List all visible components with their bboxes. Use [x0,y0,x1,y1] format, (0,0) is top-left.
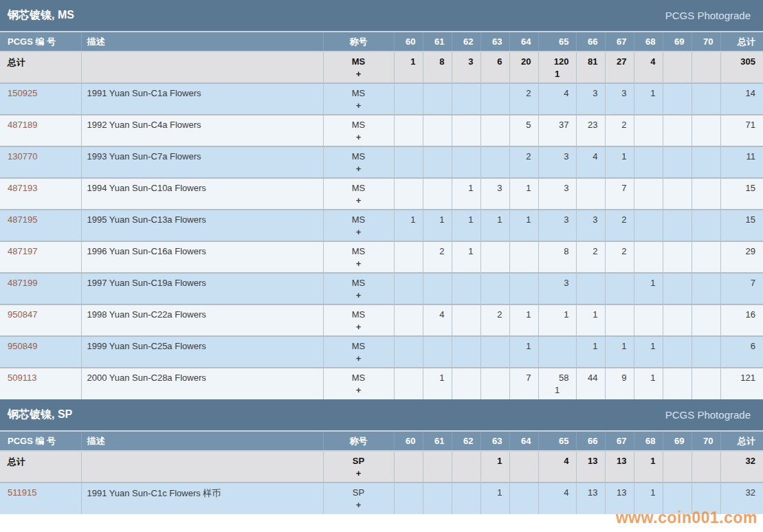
sp-titlebar: 钢芯镀镍, SP PCGS Photograde [0,399,763,432]
grade-70-cell [692,368,720,399]
totals-description-cell [81,451,323,483]
grade-63-cell [480,368,509,399]
grade-66-cell: 3 [576,83,605,115]
designation-cell: SP+ [323,451,394,483]
coin-description: 1991 Yuan Sun-C1c Flowers 样币 [81,483,323,514]
grade-69-cell [663,273,692,304]
pcgs-number-link[interactable]: 487195 [8,214,37,225]
col-header-grade-66: 66 [576,32,605,52]
totals-grade-69 [663,451,692,483]
table-row: 130770 1993 Yuan Sun-C7a Flowers MS+ 2 3… [0,146,763,178]
grade-66-cell: 13 [576,483,605,514]
grade-68-cell: 1 [634,83,663,115]
totals-grade-66: 13 [576,451,605,483]
grade-68-cell [634,241,663,273]
photograde-link[interactable]: PCGS Photograde [665,409,751,421]
row-total-cell: 29 [720,241,763,273]
col-header-grade-65: 65 [538,32,576,52]
table-row: 487193 1994 Yuan Sun-C10a Flowers MS+ 1 … [0,178,763,210]
grade-68-cell [634,178,663,210]
totals-total: 305 [720,52,763,83]
col-header-grade-60: 60 [394,432,423,451]
totals-grade-70 [692,451,720,483]
photograde-link[interactable]: PCGS Photograde [665,10,751,21]
totals-grade-60 [394,451,423,483]
table-row: 950847 1998 Yuan Sun-C22a Flowers MS+ 4 … [0,304,763,336]
totals-grade-67: 13 [605,451,634,483]
grade-61-cell: 4 [423,304,452,336]
col-header-grade-60: 60 [394,32,423,52]
grade-68-cell: 1 [634,273,663,304]
grade-66-cell [576,273,605,304]
designation-cell: MS+ [323,115,394,146]
pcgs-number-cell: 487195 [0,210,81,241]
pcgs-number-link[interactable]: 511915 [8,487,36,498]
pcgs-number-link[interactable]: 487197 [8,246,37,256]
grade-67-cell: 2 [605,241,634,273]
pcgs-number-link[interactable]: 487199 [8,278,37,288]
totals-grade-61 [423,451,452,483]
coin-description: 1998 Yuan Sun-C22a Flowers [81,304,323,336]
grade-63-cell [480,273,509,304]
row-total-cell: 6 [720,336,763,368]
grade-60-cell [394,368,423,399]
col-header-description: 描述 [81,432,323,451]
grade-61-cell [423,273,452,304]
grade-64-cell: 1 [509,304,538,336]
grade-70-cell [692,483,720,514]
col-header-grade-69: 69 [663,32,692,52]
col-header-grade-67: 67 [605,32,634,52]
grade-66-cell [576,178,605,210]
coin-description: 1995 Yuan Sun-C13a Flowers [81,210,323,241]
sp-totals-row: 总计 SP+ 1 4 13 13 1 32 [0,451,763,483]
pcgs-number-link[interactable]: 487189 [8,120,37,130]
grade-63-cell: 2 [480,304,509,336]
pcgs-number-link[interactable]: 509113 [8,373,36,383]
grade-62-cell [452,83,480,115]
table-row: 511915 1991 Yuan Sun-C1c Flowers 样币 SP+ … [0,483,763,514]
totals-description-cell [81,52,323,83]
grade-70-cell [692,304,720,336]
grade-64-cell: 1 [509,210,538,241]
grade-66-cell: 23 [576,115,605,146]
grade-61-cell [423,115,452,146]
grade-62-cell [452,336,480,368]
grade-67-cell: 2 [605,210,634,241]
totals-total: 32 [720,451,763,483]
grade-62-cell: 1 [452,241,480,273]
grade-70-cell [692,146,720,178]
grade-70-cell [692,210,720,241]
grade-61-cell: 1 [423,210,452,241]
grade-69-cell [663,83,692,115]
ms-population-table: PCGS 编 号 描述 称号 60 61 62 63 64 65 66 67 6… [0,32,763,399]
pcgs-number-cell: 150925 [0,83,81,115]
totals-grade-68: 4 [634,52,663,83]
coin-description: 1994 Yuan Sun-C10a Flowers [81,178,323,210]
grade-63-cell [480,241,509,273]
col-header-grade-68: 68 [634,32,663,52]
pcgs-number-cell: 487199 [0,273,81,304]
pcgs-number-link[interactable]: 150925 [8,88,37,98]
col-header-pcgs-number: PCGS 编 号 [0,432,81,451]
grade-60-cell [394,273,423,304]
grade-69-cell [663,336,692,368]
pcgs-number-link[interactable]: 487193 [8,183,37,193]
designation-cell: SP+ [323,483,394,514]
grade-64-cell: 2 [509,83,538,115]
totals-grade-66: 81 [576,52,605,83]
col-header-grade-69: 69 [663,432,692,451]
grade-68-cell [634,210,663,241]
designation-cell: MS+ [323,210,394,241]
designation-cell: MS+ [323,146,394,178]
grade-68-cell [634,115,663,146]
totals-grade-69 [663,52,692,83]
pcgs-number-link[interactable]: 950847 [8,309,37,320]
col-header-grade-63: 63 [480,432,509,451]
row-total-cell: 15 [720,210,763,241]
totals-label: 总计 [0,52,81,83]
pcgs-number-link[interactable]: 130770 [8,151,37,162]
grade-67-cell: 2 [605,115,634,146]
grade-69-cell [663,241,692,273]
pcgs-number-link[interactable]: 950849 [8,341,37,351]
grade-67-cell [605,273,634,304]
